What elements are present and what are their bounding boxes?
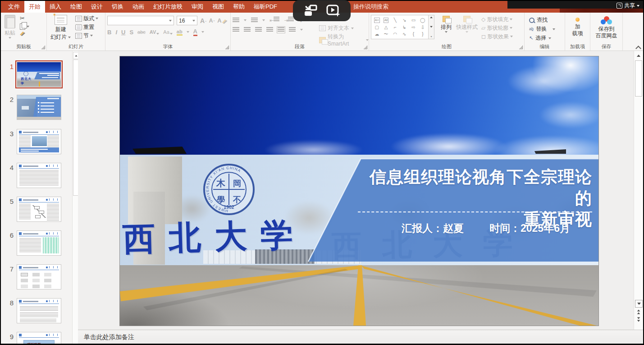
slide-thumbnail-6[interactable] bbox=[17, 230, 61, 256]
arrow-line-icon[interactable]: ↘ bbox=[402, 18, 406, 23]
tab-review[interactable]: 审阅 bbox=[187, 1, 208, 13]
tab-slideshow[interactable]: 幻灯片放映 bbox=[149, 1, 187, 13]
format-painter-button[interactable] bbox=[20, 32, 29, 36]
slide-thumbnail-4[interactable] bbox=[17, 163, 61, 188]
tab-help[interactable]: 帮助 bbox=[228, 1, 249, 13]
font-name-combo[interactable] bbox=[107, 16, 174, 25]
elbow-arrow-icon[interactable]: ↳ bbox=[402, 25, 406, 30]
slide-thumbnail-8[interactable] bbox=[17, 298, 61, 323]
previous-slide-button[interactable] bbox=[635, 308, 642, 315]
scroll-down-button[interactable] bbox=[635, 300, 643, 308]
right-arrow-icon[interactable]: ⇨ bbox=[411, 25, 415, 30]
addins-button[interactable]: 加载项 bbox=[572, 23, 583, 37]
paste-button[interactable]: 粘贴 bbox=[3, 14, 17, 40]
tab-animations[interactable]: 动画 bbox=[128, 1, 149, 13]
curve-icon[interactable]: ∿ bbox=[402, 32, 406, 37]
increase-indent-button[interactable]: ⇥ bbox=[284, 17, 294, 23]
copy-button[interactable] bbox=[20, 23, 29, 30]
tab-file[interactable]: 文件 bbox=[4, 1, 24, 13]
columns-button[interactable] bbox=[289, 27, 296, 32]
shapes-gallery-scroll[interactable]: ▾ bbox=[429, 15, 434, 39]
date-text[interactable]: 时间：2025年6月 bbox=[489, 221, 570, 235]
shape-effects-button[interactable]: ◻形状效果 bbox=[481, 33, 513, 40]
slide-thumbnail-9[interactable]: 感谢观看! bbox=[17, 332, 61, 344]
tell-me-search[interactable]: 操作说明搜索 bbox=[353, 1, 388, 13]
next-slide-button[interactable] bbox=[635, 316, 642, 323]
align-left-button[interactable] bbox=[233, 27, 239, 32]
align-text-button[interactable]: 对齐文本 bbox=[319, 24, 354, 32]
decrease-indent-button[interactable]: ⇤ bbox=[269, 17, 279, 23]
arc-icon[interactable]: ◠ bbox=[393, 32, 397, 37]
slide-thumbnail-3[interactable] bbox=[17, 129, 61, 154]
oval-icon[interactable]: ◯ bbox=[420, 18, 425, 23]
clear-formatting-button[interactable]: A bbox=[217, 17, 227, 24]
elbow-connector-icon[interactable]: ⌐ bbox=[394, 25, 397, 30]
slide-thumbnail-7[interactable] bbox=[17, 264, 61, 290]
align-right-button[interactable] bbox=[255, 27, 262, 32]
paragraph-dialog-launcher[interactable] bbox=[364, 46, 367, 49]
slide-title[interactable]: 信息组织理论视角下全宗理论的 重新审视 bbox=[354, 166, 592, 230]
cloud-shape-icon[interactable]: ☁ bbox=[375, 32, 379, 37]
down-arrow-icon[interactable]: ⇩ bbox=[421, 25, 425, 30]
tab-view[interactable]: 视图 bbox=[208, 1, 228, 13]
scroll-up-button[interactable] bbox=[635, 52, 642, 59]
select-button[interactable]: ↖选择 bbox=[529, 34, 551, 42]
shapes-gallery[interactable]: A≡ A‖ ╲ ↘ ▭ ◯ ▢ △ ⌐ ↳ ⇨ ⇩ ☁ bbox=[371, 15, 434, 39]
distribute-button[interactable] bbox=[278, 27, 284, 32]
university-name-calligraphy[interactable]: 西北大学 bbox=[122, 212, 335, 261]
change-case-button[interactable]: Aa bbox=[163, 29, 172, 35]
underline-button[interactable]: U bbox=[121, 29, 125, 36]
thumbnails-scrollbar[interactable] bbox=[72, 51, 78, 344]
shape-fill-button[interactable]: ◇形状填充 bbox=[481, 16, 513, 23]
notes-pane[interactable]: 单击此处添加备注 bbox=[78, 330, 643, 344]
tab-home[interactable]: 开始 bbox=[24, 1, 45, 13]
reset-button[interactable]: 重置 bbox=[75, 24, 98, 30]
slide-canvas[interactable]: NORTHWEST UNIVERSITY XI'AN CHINA 木 岡 學 不… bbox=[120, 56, 598, 326]
triangle-icon[interactable]: △ bbox=[384, 25, 388, 30]
collapse-ribbon-button[interactable] bbox=[636, 45, 640, 49]
justify-button[interactable] bbox=[266, 27, 273, 32]
bullets-button[interactable] bbox=[233, 18, 239, 23]
rectangle-icon[interactable]: ▭ bbox=[411, 18, 416, 23]
section-button[interactable]: 节 bbox=[75, 32, 98, 39]
scribble-icon[interactable]: 〜 bbox=[384, 32, 388, 37]
line-icon[interactable]: ╲ bbox=[394, 18, 397, 23]
tab-draw[interactable]: 绘图 bbox=[66, 1, 87, 13]
bold-button[interactable]: B bbox=[107, 29, 111, 36]
strikethrough-button[interactable]: abc bbox=[137, 29, 146, 35]
text-shadow-button[interactable]: S bbox=[129, 29, 133, 36]
save-to-baidu-button[interactable]: 保存到百度网盘 bbox=[596, 26, 617, 39]
layout-button[interactable]: 版式 bbox=[75, 15, 98, 22]
enter-pip-icon[interactable] bbox=[303, 5, 318, 17]
font-size-combo[interactable]: 16 bbox=[177, 16, 197, 25]
quick-styles-button[interactable]: 快速样式 bbox=[454, 15, 480, 34]
slide-thumbnail-1[interactable]: 西北大学 bbox=[17, 62, 61, 87]
numbering-button[interactable] bbox=[251, 18, 258, 23]
shape-outline-button[interactable]: ▱形状轮廓 bbox=[481, 25, 513, 31]
replace-button[interactable]: ab̰替换 bbox=[529, 25, 555, 33]
presenter-text[interactable]: 汇报人：赵夏 bbox=[402, 221, 464, 235]
editor-scrollbar[interactable] bbox=[634, 51, 643, 330]
font-color-button[interactable]: A bbox=[193, 28, 197, 36]
arrange-button[interactable]: 排列 bbox=[439, 15, 453, 34]
right-brace-icon[interactable]: } bbox=[422, 32, 423, 37]
find-button[interactable]: 查找 bbox=[529, 16, 548, 24]
vertical-textbox-icon[interactable]: A‖ bbox=[384, 18, 389, 23]
grow-font-button[interactable]: Aˆ bbox=[200, 17, 206, 24]
shrink-font-button[interactable]: Aˇ bbox=[209, 18, 215, 24]
notes-placeholder[interactable]: 单击此处添加备注 bbox=[84, 333, 134, 341]
tab-foxit-pdf[interactable]: 福昕PDF bbox=[249, 1, 282, 13]
rounded-rectangle-icon[interactable]: ▢ bbox=[375, 25, 379, 30]
clipboard-dialog-launcher[interactable] bbox=[41, 46, 45, 49]
slide-thumbnail-2[interactable] bbox=[17, 95, 61, 120]
left-brace-icon[interactable]: { bbox=[413, 32, 414, 37]
highlight-button[interactable]: ab bbox=[177, 29, 183, 36]
cut-button[interactable]: ✂ bbox=[20, 15, 29, 22]
align-center-button[interactable] bbox=[244, 27, 251, 32]
new-slide-button[interactable]: 新建 幻灯片 bbox=[49, 14, 73, 42]
share-button[interactable]: 共享 bbox=[617, 2, 639, 9]
tab-insert[interactable]: 插入 bbox=[45, 1, 66, 13]
textbox-icon[interactable]: A≡ bbox=[374, 18, 380, 23]
italic-button[interactable]: I bbox=[115, 29, 117, 36]
tab-transitions[interactable]: 切换 bbox=[107, 1, 128, 13]
